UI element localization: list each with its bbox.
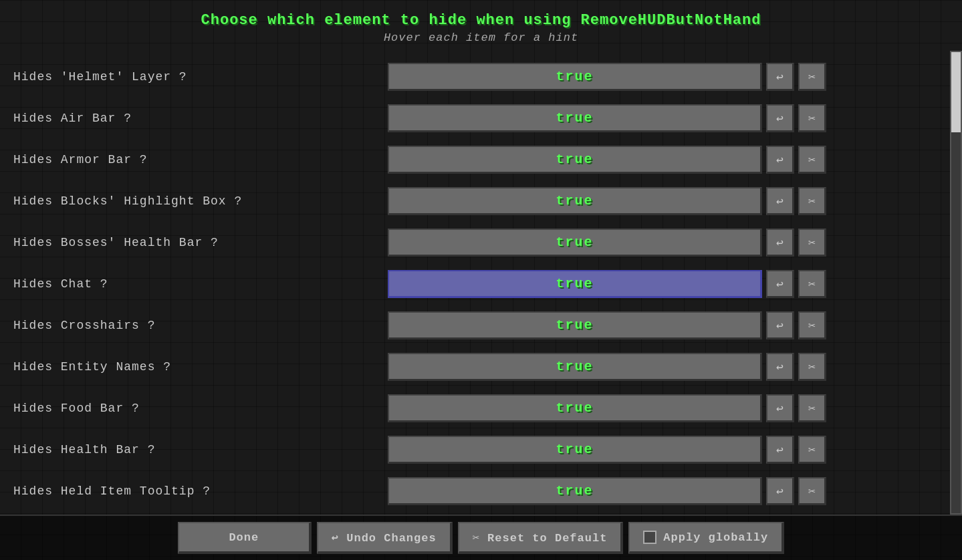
undo-icon-button[interactable]: ↩ — [766, 270, 794, 298]
setting-value-button[interactable]: true — [388, 63, 762, 91]
undo-icon-button[interactable]: ↩ — [766, 229, 794, 257]
undo-icon-button[interactable]: ↩ — [766, 187, 794, 215]
settings-row: Hides Held Item Tooltip ?true↩✂ — [13, 470, 949, 509]
apply-globally-label: Apply globally — [663, 531, 768, 544]
setting-label: Hides Entity Names ? — [13, 360, 388, 374]
header-title: Choose which element to hide when using … — [0, 12, 962, 29]
setting-label: Hides Crosshairs ? — [13, 319, 388, 332]
setting-value-button[interactable]: true — [388, 394, 762, 422]
settings-row: Hides Entity Names ?true↩✂ — [13, 346, 949, 388]
reset-icon-button[interactable]: ✂ — [798, 394, 826, 422]
setting-value-button[interactable]: true — [388, 436, 762, 464]
footer: Done ↩ Undo Changes ✂ Reset to Default A… — [0, 515, 962, 560]
done-button[interactable]: Done — [178, 522, 312, 554]
reset-icon-button[interactable]: ✂ — [798, 477, 826, 505]
apply-globally-checkbox[interactable] — [643, 531, 656, 544]
reset-button[interactable]: ✂ Reset to Default — [458, 522, 624, 554]
settings-row: Hides Bosses' Health Bar ?true↩✂ — [13, 222, 949, 263]
settings-row: Hides Health Bar ?true↩✂ — [13, 429, 949, 470]
scrollbar[interactable] — [950, 51, 962, 515]
reset-icon-button[interactable]: ✂ — [798, 436, 826, 464]
settings-row: Hides 'Helmet' Layer ?true↩✂ — [13, 56, 949, 98]
undo-icon-button[interactable]: ↩ — [766, 146, 794, 174]
undo-button[interactable]: ↩ Undo Changes — [317, 522, 453, 554]
setting-label: Hides 'Helmet' Layer ? — [13, 70, 388, 84]
setting-value-button[interactable]: true — [388, 104, 762, 132]
settings-row: Hides Food Bar ?true↩✂ — [13, 388, 949, 429]
setting-label: Hides Chat ? — [13, 277, 388, 291]
settings-row: Hides Crosshairs ?true↩✂ — [13, 305, 949, 346]
setting-value-button[interactable]: true — [388, 146, 762, 174]
scrollbar-thumb[interactable] — [951, 52, 961, 132]
reset-icon-button[interactable]: ✂ — [798, 270, 826, 298]
undo-icon-button[interactable]: ↩ — [766, 477, 794, 505]
undo-icon-button[interactable]: ↩ — [766, 353, 794, 381]
setting-label: Hides Health Bar ? — [13, 443, 388, 456]
header-subtitle: Hover each item for a hint — [0, 31, 962, 44]
setting-value-button[interactable]: true — [388, 270, 762, 298]
reset-icon-button[interactable]: ✂ — [798, 146, 826, 174]
setting-label: Hides Held Item Tooltip ? — [13, 484, 388, 498]
settings-row: Hides Blocks' Highlight Box ?true↩✂ — [13, 180, 949, 222]
reset-icon-button[interactable]: ✂ — [798, 104, 826, 132]
settings-row: Hides Air Bar ?true↩✂ — [13, 98, 949, 139]
setting-value-button[interactable]: true — [388, 229, 762, 257]
reset-icon-button[interactable]: ✂ — [798, 311, 826, 339]
reset-icon-button[interactable]: ✂ — [798, 187, 826, 215]
undo-icon-button[interactable]: ↩ — [766, 63, 794, 91]
setting-label: Hides Armor Bar ? — [13, 153, 388, 166]
undo-icon-button[interactable]: ↩ — [766, 311, 794, 339]
setting-value-button[interactable]: true — [388, 311, 762, 339]
undo-icon-button[interactable]: ↩ — [766, 394, 794, 422]
undo-icon-button[interactable]: ↩ — [766, 104, 794, 132]
reset-icon-button[interactable]: ✂ — [798, 63, 826, 91]
reset-icon-button[interactable]: ✂ — [798, 353, 826, 381]
setting-label: Hides Food Bar ? — [13, 402, 388, 415]
header: Choose which element to hide when using … — [0, 0, 962, 51]
setting-value-button[interactable]: true — [388, 187, 762, 215]
setting-value-button[interactable]: true — [388, 353, 762, 381]
reset-icon-button[interactable]: ✂ — [798, 229, 826, 257]
undo-icon-button[interactable]: ↩ — [766, 436, 794, 464]
settings-row: Hides Chat ?true↩✂ — [13, 263, 949, 305]
settings-row: Hides Armor Bar ?true↩✂ — [13, 139, 949, 180]
setting-label: Hides Bosses' Health Bar ? — [13, 236, 388, 249]
setting-value-button[interactable]: true — [388, 477, 762, 505]
apply-globally-button[interactable]: Apply globally — [628, 522, 784, 554]
setting-label: Hides Blocks' Highlight Box ? — [13, 194, 388, 208]
setting-label: Hides Air Bar ? — [13, 112, 388, 125]
settings-list: Hides 'Helmet' Layer ?true↩✂Hides Air Ba… — [0, 56, 962, 509]
